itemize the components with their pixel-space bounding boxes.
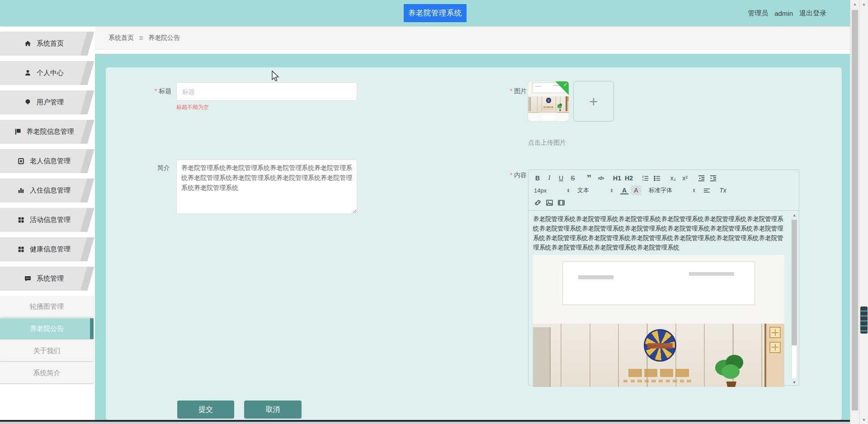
sidebar-item-activity-info[interactable]: 活动信息管理 bbox=[0, 208, 88, 232]
scroll-down-arrow-icon[interactable]: ▼ bbox=[791, 380, 797, 385]
grid-icon bbox=[17, 245, 25, 253]
clipboard-x-icon bbox=[17, 157, 25, 165]
text-color-button[interactable]: A bbox=[619, 185, 630, 195]
system-submenu: 轮播图管理 养老院公告 关于我们 系统简介 bbox=[0, 296, 95, 383]
code-block-button[interactable]: </> bbox=[595, 173, 606, 183]
bold-button[interactable]: B bbox=[532, 173, 543, 183]
sidebar-item-profile[interactable]: 个人中心 bbox=[0, 61, 88, 85]
intro-field-label: 简介 bbox=[157, 164, 170, 172]
highlight-color-button[interactable]: A bbox=[631, 185, 642, 195]
submenu-item-announcement[interactable]: 养老院公告 bbox=[0, 318, 94, 339]
main-area: 系统首页 养老院公告 标题 标题不能为空 简介 养老院管理系统养老院管理系统养老… bbox=[95, 26, 850, 420]
scrollbar-thumb[interactable] bbox=[860, 306, 868, 334]
editor-toolbar: B I U S ” </> H1 H2 bbox=[528, 170, 799, 211]
scrollbar-thumb[interactable] bbox=[852, 10, 858, 410]
title-error-message: 标题不能为空 bbox=[176, 104, 209, 111]
picker-arrows-icon: ▴▾ bbox=[567, 188, 569, 193]
rich-text-editor: B I U S ” </> H1 H2 bbox=[528, 170, 799, 386]
username: admin bbox=[774, 9, 793, 17]
gap-strip bbox=[95, 50, 850, 54]
sidebar-item-label: 用户管理 bbox=[37, 98, 64, 107]
scroll-up-arrow-icon[interactable]: ▲ bbox=[791, 212, 797, 218]
image-field-label: 图片 bbox=[510, 87, 527, 95]
logout-link[interactable]: 退出登录 bbox=[799, 9, 826, 18]
submit-button[interactable]: 提交 bbox=[177, 400, 234, 419]
paragraph-format-picker[interactable]: 文本 ▴▾ bbox=[576, 185, 614, 195]
check-icon: ✓ bbox=[563, 81, 568, 88]
blockquote-button[interactable]: ” bbox=[584, 173, 594, 183]
video-icon[interactable] bbox=[556, 198, 566, 207]
sidebar-item-checkin-info[interactable]: 入住信息管理 bbox=[0, 179, 88, 203]
title-input[interactable] bbox=[176, 82, 357, 101]
link-icon[interactable] bbox=[532, 198, 543, 207]
sidebar-item-users[interactable]: 用户管理 bbox=[0, 90, 88, 114]
editor-embedded-image bbox=[533, 255, 784, 387]
sidebar-item-label: 活动信息管理 bbox=[30, 216, 71, 224]
submenu-item-about-us[interactable]: 关于我们 bbox=[0, 340, 94, 361]
person-icon bbox=[24, 69, 32, 77]
add-image-button[interactable]: + bbox=[573, 81, 614, 122]
scrollbar-thumb[interactable] bbox=[792, 220, 797, 345]
bullet-list-icon[interactable] bbox=[651, 173, 662, 183]
breadcrumb-separator-icon bbox=[138, 35, 144, 41]
clear-format-button[interactable]: Tx bbox=[717, 185, 728, 195]
sidebar: 系统首页 个人中心 用户管理 养老院信息管理 老人信息管理 入住信息管理 bbox=[0, 26, 95, 420]
editor-content[interactable]: 养老院管理系统养老院管理系统养老院管理系统养老院管理系统养老院管理系统养老院管理… bbox=[528, 211, 799, 387]
sidebar-item-health-info[interactable]: 健康信息管理 bbox=[0, 237, 88, 261]
picker-arrows-icon: ▴▾ bbox=[693, 188, 695, 193]
plus-icon: + bbox=[589, 94, 598, 109]
upload-hint: 点击上传图片 bbox=[528, 139, 566, 147]
app-title: 养老院管理系统 bbox=[404, 4, 467, 22]
align-icon[interactable] bbox=[701, 185, 712, 195]
sidebar-item-label: 个人中心 bbox=[37, 69, 64, 77]
superscript-button[interactable]: x² bbox=[679, 173, 690, 183]
indent-icon[interactable] bbox=[708, 173, 718, 183]
submenu-item-system-intro[interactable]: 系统简介 bbox=[0, 363, 94, 383]
scroll-up-arrow-icon[interactable]: ▲ bbox=[859, 1, 868, 7]
ordered-list-icon[interactable] bbox=[640, 173, 651, 183]
content-background: 标题 标题不能为空 简介 养老院管理系统养老院管理系统养老院管理系统养老院管理系… bbox=[95, 54, 850, 420]
pin-icon bbox=[24, 99, 32, 106]
sidebar-item-label: 系统管理 bbox=[37, 274, 64, 283]
top-header: 养老院管理系统 管理员 admin 退出登录 bbox=[0, 0, 850, 26]
font-family-picker[interactable]: 标准字体 ▴▾ bbox=[647, 185, 697, 195]
italic-button[interactable]: I bbox=[544, 173, 555, 183]
sidebar-item-label: 健康信息管理 bbox=[30, 245, 71, 254]
picker-arrows-icon: ▴▾ bbox=[611, 188, 613, 193]
user-role-label: 管理员 bbox=[748, 9, 768, 18]
inner-scrollbar: ▲ bbox=[850, 0, 859, 424]
submenu-item-carousel[interactable]: 轮播图管理 bbox=[0, 296, 94, 317]
browser-scrollbar: ▲ ▼ bbox=[859, 0, 868, 424]
breadcrumb-home[interactable]: 系统首页 bbox=[108, 34, 134, 42]
font-size-picker[interactable]: 14px ▴▾ bbox=[532, 185, 571, 195]
scroll-up-arrow-icon[interactable]: ▲ bbox=[850, 1, 859, 7]
breadcrumb-current: 养老院公告 bbox=[148, 34, 180, 42]
strikethrough-button[interactable]: S bbox=[567, 173, 578, 183]
bar-chart-icon bbox=[17, 187, 25, 194]
scroll-down-arrow-icon[interactable]: ▼ bbox=[859, 417, 868, 423]
comment-icon bbox=[24, 275, 32, 283]
sidebar-item-label: 养老院信息管理 bbox=[27, 127, 74, 136]
sidebar-item-home[interactable]: 系统首页 bbox=[0, 32, 88, 56]
image-icon[interactable] bbox=[544, 198, 555, 207]
sidebar-item-facility-info[interactable]: 养老院信息管理 bbox=[0, 120, 88, 144]
sidebar-item-elder-info[interactable]: 老人信息管理 bbox=[0, 149, 88, 173]
intro-textarea[interactable]: 养老院管理系统养老院管理系统养老院管理系统养老院管理系统养老院管理系统养老院管理… bbox=[176, 160, 357, 214]
sidebar-item-system[interactable]: 系统管理 bbox=[0, 267, 88, 291]
form-panel: 标题 标题不能为空 简介 养老院管理系统养老院管理系统养老院管理系统养老院管理系… bbox=[106, 67, 842, 420]
window-bottom-strip bbox=[0, 422, 850, 424]
subscript-button[interactable]: x₂ bbox=[668, 173, 679, 183]
facility-photo bbox=[533, 255, 784, 387]
cancel-button[interactable]: 取消 bbox=[244, 400, 302, 419]
header-1-button[interactable]: H1 bbox=[612, 173, 623, 183]
sidebar-item-label: 入住信息管理 bbox=[30, 186, 71, 195]
editor-scrollbar: ▲ ▼ bbox=[791, 212, 797, 385]
title-field-label: 标题 bbox=[155, 87, 171, 95]
page: 养老院管理系统 管理员 admin 退出登录 系统首页 个人中心 用户管理 bbox=[0, 0, 868, 424]
building-icon bbox=[14, 128, 22, 136]
underline-button[interactable]: U bbox=[556, 173, 566, 183]
uploaded-image-thumbnail[interactable]: ✓ bbox=[528, 81, 569, 121]
outdent-icon[interactable] bbox=[696, 173, 707, 183]
sidebar-item-label: 老人信息管理 bbox=[30, 157, 71, 165]
header-2-button[interactable]: H2 bbox=[623, 173, 634, 183]
